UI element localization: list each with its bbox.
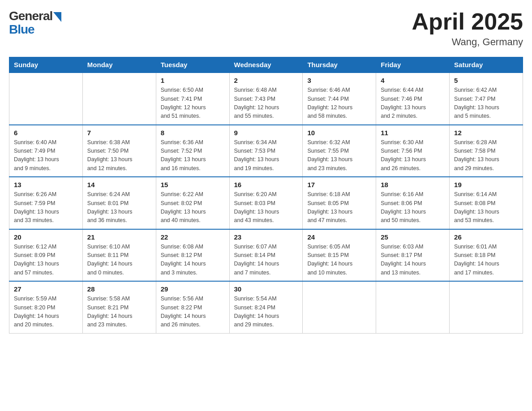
day-info: Sunrise: 6:46 AM Sunset: 7:44 PM Dayligh… [307, 86, 371, 121]
day-number: 25 [381, 233, 445, 241]
calendar-week-row: 6Sunrise: 6:40 AM Sunset: 7:49 PM Daylig… [9, 125, 523, 177]
calendar-day-4: 4Sunrise: 6:44 AM Sunset: 7:46 PM Daylig… [376, 73, 450, 125]
calendar-week-row: 1Sunrise: 6:50 AM Sunset: 7:41 PM Daylig… [9, 73, 523, 125]
day-info: Sunrise: 5:54 AM Sunset: 8:24 PM Dayligh… [234, 295, 298, 330]
day-info: Sunrise: 6:08 AM Sunset: 8:12 PM Dayligh… [161, 243, 225, 278]
calendar-week-row: 20Sunrise: 6:12 AM Sunset: 8:09 PM Dayli… [9, 229, 523, 282]
day-number: 23 [234, 233, 298, 241]
day-number: 21 [87, 233, 151, 241]
day-number: 26 [454, 233, 518, 241]
calendar-empty-cell [9, 73, 83, 125]
calendar-day-13: 13Sunrise: 6:26 AM Sunset: 7:59 PM Dayli… [9, 177, 83, 229]
calendar-day-5: 5Sunrise: 6:42 AM Sunset: 7:47 PM Daylig… [450, 73, 523, 125]
day-info: Sunrise: 6:12 AM Sunset: 8:09 PM Dayligh… [14, 243, 78, 278]
calendar-body: 1Sunrise: 6:50 AM Sunset: 7:41 PM Daylig… [9, 73, 523, 333]
day-number: 10 [307, 129, 371, 137]
day-info: Sunrise: 6:20 AM Sunset: 8:03 PM Dayligh… [234, 190, 298, 225]
weekday-header-monday: Monday [82, 57, 156, 73]
calendar-day-25: 25Sunrise: 6:03 AM Sunset: 8:17 PM Dayli… [376, 229, 450, 282]
calendar-day-2: 2Sunrise: 6:48 AM Sunset: 7:43 PM Daylig… [229, 73, 303, 125]
calendar-day-24: 24Sunrise: 6:05 AM Sunset: 8:15 PM Dayli… [303, 229, 376, 282]
day-info: Sunrise: 6:30 AM Sunset: 7:56 PM Dayligh… [381, 138, 445, 173]
day-number: 22 [161, 233, 225, 241]
day-number: 28 [87, 285, 151, 293]
calendar-day-20: 20Sunrise: 6:12 AM Sunset: 8:09 PM Dayli… [9, 229, 83, 282]
day-number: 17 [307, 181, 371, 188]
logo: General Blue [9, 9, 61, 37]
calendar-day-17: 17Sunrise: 6:18 AM Sunset: 8:05 PM Dayli… [303, 177, 376, 229]
day-number: 15 [161, 181, 225, 188]
calendar-day-9: 9Sunrise: 6:34 AM Sunset: 7:53 PM Daylig… [229, 125, 303, 177]
weekday-header-sunday: Sunday [9, 57, 83, 73]
calendar-empty-cell [303, 281, 376, 333]
calendar-day-23: 23Sunrise: 6:07 AM Sunset: 8:14 PM Dayli… [229, 229, 303, 282]
calendar-day-26: 26Sunrise: 6:01 AM Sunset: 8:18 PM Dayli… [450, 229, 523, 282]
weekday-header-tuesday: Tuesday [156, 57, 229, 73]
calendar-day-29: 29Sunrise: 5:56 AM Sunset: 8:22 PM Dayli… [156, 281, 229, 333]
day-number: 16 [234, 181, 298, 188]
calendar-day-27: 27Sunrise: 5:59 AM Sunset: 8:20 PM Dayli… [9, 281, 83, 333]
day-info: Sunrise: 6:22 AM Sunset: 8:02 PM Dayligh… [161, 190, 225, 225]
calendar-day-11: 11Sunrise: 6:30 AM Sunset: 7:56 PM Dayli… [376, 125, 450, 177]
calendar-day-3: 3Sunrise: 6:46 AM Sunset: 7:44 PM Daylig… [303, 73, 376, 125]
day-info: Sunrise: 6:32 AM Sunset: 7:55 PM Dayligh… [307, 138, 371, 173]
day-number: 14 [87, 181, 151, 188]
calendar-empty-cell [82, 73, 156, 125]
day-number: 4 [381, 77, 445, 84]
day-info: Sunrise: 6:42 AM Sunset: 7:47 PM Dayligh… [454, 86, 518, 121]
day-info: Sunrise: 6:28 AM Sunset: 7:58 PM Dayligh… [454, 138, 518, 173]
calendar-table: SundayMondayTuesdayWednesdayThursdayFrid… [9, 57, 523, 334]
calendar-day-21: 21Sunrise: 6:10 AM Sunset: 8:11 PM Dayli… [82, 229, 156, 282]
calendar-day-28: 28Sunrise: 5:58 AM Sunset: 8:21 PM Dayli… [82, 281, 156, 333]
day-number: 20 [14, 233, 78, 241]
weekday-header-saturday: Saturday [450, 57, 523, 73]
day-number: 5 [454, 77, 518, 84]
calendar-day-10: 10Sunrise: 6:32 AM Sunset: 7:55 PM Dayli… [303, 125, 376, 177]
day-number: 8 [161, 129, 225, 137]
calendar-day-6: 6Sunrise: 6:40 AM Sunset: 7:49 PM Daylig… [9, 125, 83, 177]
day-info: Sunrise: 6:10 AM Sunset: 8:11 PM Dayligh… [87, 243, 151, 278]
calendar-day-19: 19Sunrise: 6:14 AM Sunset: 8:08 PM Dayli… [450, 177, 523, 229]
day-info: Sunrise: 6:16 AM Sunset: 8:06 PM Dayligh… [381, 190, 445, 225]
day-number: 13 [14, 181, 78, 188]
calendar-week-row: 27Sunrise: 5:59 AM Sunset: 8:20 PM Dayli… [9, 281, 523, 333]
calendar-day-12: 12Sunrise: 6:28 AM Sunset: 7:58 PM Dayli… [450, 125, 523, 177]
calendar-day-14: 14Sunrise: 6:24 AM Sunset: 8:01 PM Dayli… [82, 177, 156, 229]
day-number: 24 [307, 233, 371, 241]
day-info: Sunrise: 6:40 AM Sunset: 7:49 PM Dayligh… [14, 138, 78, 173]
calendar-empty-cell [450, 281, 523, 333]
page-header: General Blue April 2025 Wang, Germany [9, 9, 523, 48]
month-title: April 2025 [412, 9, 523, 34]
day-number: 6 [14, 129, 78, 137]
day-number: 19 [454, 181, 518, 188]
day-number: 9 [234, 129, 298, 137]
day-info: Sunrise: 6:50 AM Sunset: 7:41 PM Dayligh… [161, 86, 225, 121]
day-number: 1 [161, 77, 225, 84]
logo-blue-text: Blue [9, 22, 34, 37]
day-info: Sunrise: 6:26 AM Sunset: 7:59 PM Dayligh… [14, 190, 78, 225]
day-info: Sunrise: 6:07 AM Sunset: 8:14 PM Dayligh… [234, 243, 298, 278]
weekday-header-friday: Friday [376, 57, 450, 73]
day-number: 12 [454, 129, 518, 137]
calendar-week-row: 13Sunrise: 6:26 AM Sunset: 7:59 PM Dayli… [9, 177, 523, 229]
day-info: Sunrise: 6:01 AM Sunset: 8:18 PM Dayligh… [454, 243, 518, 278]
logo-arrow-icon [53, 12, 61, 22]
day-info: Sunrise: 6:05 AM Sunset: 8:15 PM Dayligh… [307, 243, 371, 278]
day-info: Sunrise: 5:56 AM Sunset: 8:22 PM Dayligh… [161, 295, 225, 330]
day-info: Sunrise: 6:34 AM Sunset: 7:53 PM Dayligh… [234, 138, 298, 173]
calendar-day-15: 15Sunrise: 6:22 AM Sunset: 8:02 PM Dayli… [156, 177, 229, 229]
day-info: Sunrise: 5:58 AM Sunset: 8:21 PM Dayligh… [87, 295, 151, 330]
day-info: Sunrise: 5:59 AM Sunset: 8:20 PM Dayligh… [14, 295, 78, 330]
location-title: Wang, Germany [412, 36, 523, 48]
calendar-day-30: 30Sunrise: 5:54 AM Sunset: 8:24 PM Dayli… [229, 281, 303, 333]
day-number: 3 [307, 77, 371, 84]
day-info: Sunrise: 6:03 AM Sunset: 8:17 PM Dayligh… [381, 243, 445, 278]
day-info: Sunrise: 6:24 AM Sunset: 8:01 PM Dayligh… [87, 190, 151, 225]
logo-general-text: General [9, 9, 52, 23]
day-info: Sunrise: 6:38 AM Sunset: 7:50 PM Dayligh… [87, 138, 151, 173]
weekday-header-wednesday: Wednesday [229, 57, 303, 73]
day-info: Sunrise: 6:18 AM Sunset: 8:05 PM Dayligh… [307, 190, 371, 225]
calendar-day-7: 7Sunrise: 6:38 AM Sunset: 7:50 PM Daylig… [82, 125, 156, 177]
weekday-header-row: SundayMondayTuesdayWednesdayThursdayFrid… [9, 57, 523, 73]
day-number: 29 [161, 285, 225, 293]
